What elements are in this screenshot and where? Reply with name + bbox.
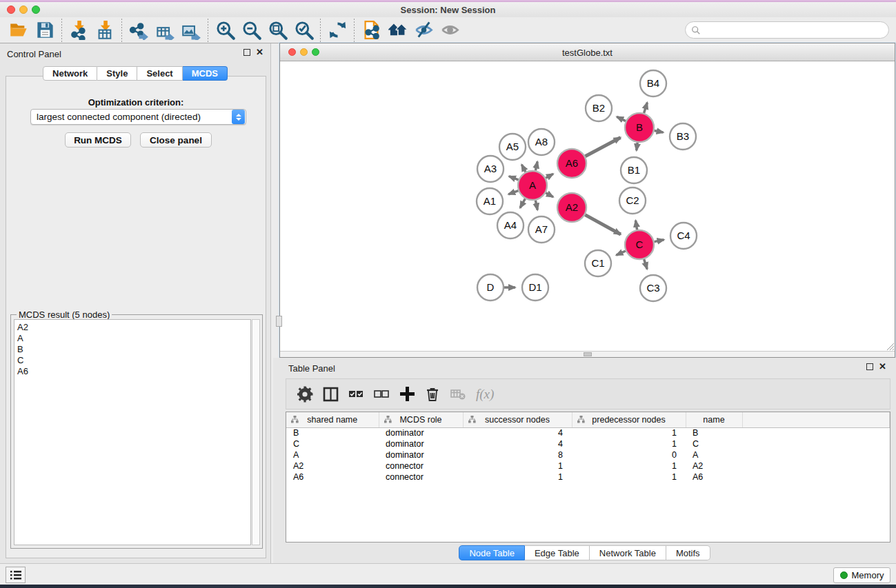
graph-node-A8[interactable]: A8 <box>528 129 555 155</box>
search-input[interactable] <box>701 25 888 35</box>
network-horizontal-scrollbar[interactable] <box>280 351 895 357</box>
graph-node-C[interactable]: C <box>625 230 654 259</box>
table-cell[interactable]: 1 <box>463 472 572 483</box>
graph-node-A2[interactable]: A2 <box>557 193 586 222</box>
column-header-successor-nodes[interactable]: successor nodes <box>463 412 572 427</box>
tab-style[interactable]: Style <box>97 66 137 81</box>
table-cell[interactable]: 1 <box>572 460 686 472</box>
network-canvas[interactable]: B4B2BB3A8A5A6A3B1AC2A1A2A4A7C4CC1DD1C3 <box>280 61 895 352</box>
network-horizontal-scroll-thumb[interactable] <box>584 352 592 356</box>
graph-node-A[interactable]: A <box>518 171 547 200</box>
deselect-all-button[interactable] <box>374 384 390 405</box>
table-cell[interactable]: dominator <box>379 449 463 460</box>
gear-button[interactable] <box>297 384 313 405</box>
graph-edge-A-A2[interactable] <box>546 193 553 197</box>
graph-node-A6[interactable]: A6 <box>557 149 586 178</box>
table-cell[interactable]: C <box>286 438 379 449</box>
table-cell[interactable]: 8 <box>463 449 572 460</box>
select-all-button[interactable] <box>348 384 364 405</box>
float-table-panel-icon[interactable] <box>866 363 873 370</box>
close-table-panel-icon[interactable]: ✕ <box>879 363 886 370</box>
graph-edge-C-C1[interactable] <box>616 251 625 255</box>
delete-column-button[interactable] <box>425 384 441 405</box>
graph-edge-C-C2[interactable] <box>635 221 637 230</box>
column-header-predecessor-nodes[interactable]: predecessor nodes <box>572 412 686 427</box>
criterion-dropdown[interactable]: largest connected component (directed) <box>30 109 246 125</box>
table-cell[interactable]: 1 <box>572 438 686 449</box>
graph-node-B3[interactable]: B3 <box>670 123 696 150</box>
graph-node-A3[interactable]: A3 <box>477 156 504 182</box>
table-cell[interactable]: dominator <box>379 427 463 438</box>
table-cell[interactable]: 4 <box>463 438 572 449</box>
show-hidden-button[interactable] <box>437 19 463 42</box>
new-network-from-selection-button[interactable] <box>358 19 384 42</box>
table-cell[interactable]: 0 <box>572 449 686 460</box>
graph-edge-A-A1[interactable] <box>508 191 518 194</box>
graph-node-A4[interactable]: A4 <box>497 212 524 239</box>
tab-select[interactable]: Select <box>137 66 182 81</box>
graph-edge-A-A4[interactable] <box>520 199 525 207</box>
save-session-button[interactable] <box>32 19 58 42</box>
graph-edge-A-A6[interactable] <box>546 174 553 178</box>
open-file-button[interactable] <box>6 19 32 42</box>
column-header-shared-name[interactable]: shared name <box>286 412 379 427</box>
import-network-button[interactable] <box>66 19 92 42</box>
table-cell[interactable]: A2 <box>286 460 379 472</box>
zoom-fit-button[interactable] <box>264 19 290 42</box>
graph-node-B4[interactable]: B4 <box>640 70 666 97</box>
network-window-titlebar[interactable]: testGlobe.txt <box>280 43 895 61</box>
graph-node-C2[interactable]: C2 <box>619 187 646 214</box>
graph-node-A1[interactable]: A1 <box>477 188 503 214</box>
table-row[interactable]: Adominator80A <box>286 449 890 460</box>
task-history-button[interactable] <box>6 567 26 583</box>
mcds-result-item[interactable]: C <box>17 355 250 366</box>
tab-motifs[interactable]: Motifs <box>666 545 710 560</box>
zoom-selected-button[interactable] <box>290 19 317 42</box>
float-panel-icon[interactable] <box>243 49 250 56</box>
graph-edge-A-A3[interactable] <box>509 176 519 180</box>
column-header-MCDS-role[interactable]: MCDS role <box>379 412 463 427</box>
table-row[interactable]: Cdominator41C <box>286 438 890 449</box>
table-cell[interactable]: 1 <box>572 427 686 438</box>
tab-edge-table[interactable]: Edge Table <box>525 545 590 560</box>
mcds-result-item[interactable]: A6 <box>17 366 250 377</box>
export-image-button[interactable] <box>178 19 204 42</box>
table-cell[interactable]: A <box>686 449 742 460</box>
refresh-button[interactable] <box>324 19 350 42</box>
function-builder-button[interactable]: f(x) <box>476 387 494 402</box>
graph-node-C4[interactable]: C4 <box>670 223 697 249</box>
export-network-button[interactable] <box>126 19 152 42</box>
zoom-out-button[interactable] <box>238 19 264 42</box>
table-cell[interactable]: 1 <box>463 460 572 472</box>
run-mcds-button[interactable]: Run MCDS <box>65 132 131 148</box>
graph-edge-B-B1[interactable] <box>637 143 637 150</box>
graph-edge-B-B3[interactable] <box>655 130 664 132</box>
tab-mcds[interactable]: MCDS <box>183 66 228 81</box>
split-view-button[interactable] <box>323 384 339 405</box>
tab-node-table[interactable]: Node Table <box>459 545 525 560</box>
tab-network-table[interactable]: Network Table <box>590 545 666 560</box>
graph-edge-A6-B[interactable] <box>585 138 620 156</box>
table-cell[interactable]: dominator <box>379 438 463 449</box>
add-column-button[interactable] <box>399 384 415 405</box>
resize-grip-icon[interactable] <box>886 342 894 350</box>
graph-node-B1[interactable]: B1 <box>621 157 647 183</box>
search-field[interactable] <box>685 21 889 39</box>
tab-network[interactable]: Network <box>43 66 97 81</box>
mcds-result-item[interactable]: A <box>17 333 250 344</box>
mcds-result-list[interactable]: A2ABCA6 <box>14 319 251 545</box>
import-table-button[interactable] <box>92 19 118 42</box>
mcds-result-item[interactable]: B <box>17 344 250 355</box>
graph-edge-C-C3[interactable] <box>644 259 648 269</box>
graph-node-A7[interactable]: A7 <box>528 216 555 243</box>
export-table-button[interactable] <box>152 19 178 42</box>
graph-node-D[interactable]: D <box>477 274 504 301</box>
graph-edge-B-B4[interactable] <box>644 103 648 113</box>
table-cell[interactable]: 4 <box>463 427 572 438</box>
close-panel-button[interactable]: Close panel <box>140 132 212 148</box>
mcds-result-item[interactable]: A2 <box>17 322 250 333</box>
graph-node-C3[interactable]: C3 <box>640 275 666 301</box>
graph-node-B[interactable]: B <box>625 113 654 142</box>
graph-edge-A-A8[interactable] <box>535 161 537 170</box>
graph-edge-C-C4[interactable] <box>655 240 664 242</box>
